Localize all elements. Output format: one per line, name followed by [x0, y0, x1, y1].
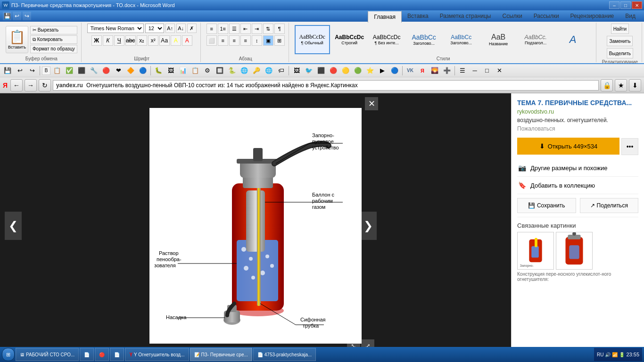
tb-icon27[interactable]: ▶	[377, 65, 388, 76]
clear-format-btn[interactable]: ✗	[187, 24, 197, 33]
tab-references[interactable]: Ссылки	[497, 10, 528, 22]
style-normal[interactable]: AaBbCcDc ¶ Обычный	[295, 25, 330, 54]
tb-icon3[interactable]: ⬛	[76, 65, 87, 76]
close-button[interactable]: ✕	[632, 1, 642, 9]
tab-mailings[interactable]: Рассылки	[528, 10, 565, 22]
more-options-btn[interactable]: •••	[621, 138, 638, 155]
save-quick-btn[interactable]: 💾	[3, 12, 11, 20]
add-collection-action[interactable]: 🔖 Добавить в коллекцию	[517, 177, 638, 194]
numbering-btn[interactable]: 1≡	[218, 24, 228, 34]
style-no-interval[interactable]: AaBbCcDc ¶ Без инте...	[369, 25, 405, 54]
format-button[interactable]: Формат по образцу	[30, 45, 77, 53]
bold-button[interactable]: Ж	[91, 35, 102, 46]
browser-security-btn[interactable]: 🔒	[601, 79, 613, 91]
align-left-btn[interactable]: ⬜	[206, 35, 217, 46]
tb-icon8[interactable]: 🔵	[137, 65, 149, 76]
multilevel-btn[interactable]: ☰	[229, 24, 239, 34]
tb-icon21[interactable]: 🐦	[303, 65, 314, 76]
bullets-btn[interactable]: ≡	[206, 24, 217, 34]
cut-button[interactable]: ✂ Вырезать	[30, 26, 77, 34]
tb-save[interactable]: 💾	[2, 65, 13, 76]
align-center-btn[interactable]: ≡	[218, 35, 228, 46]
browser-bookmark-btn[interactable]: ★	[615, 79, 627, 91]
tb-icon23[interactable]: 🔴	[328, 65, 339, 76]
tb-icon17[interactable]: 🔑	[251, 65, 262, 76]
tray-lang[interactable]: RU	[597, 352, 603, 357]
font-size-select[interactable]: 12	[145, 24, 164, 33]
taskbar-item-4[interactable]: Y Y Огнетушитель возд...	[125, 348, 189, 361]
tb-icon19[interactable]: 🏷	[275, 65, 287, 76]
next-image-btn[interactable]: ❯	[360, 212, 377, 240]
prev-image-btn[interactable]: ❮	[5, 212, 22, 240]
tb-icon10[interactable]: 🖼	[165, 65, 176, 76]
superscript-button[interactable]: x²	[148, 35, 158, 46]
tab-home[interactable]: Главная	[368, 10, 402, 23]
open-btn[interactable]: ⬇ Открыть 449×534	[517, 138, 619, 155]
tb-image-icon[interactable]: 🌄	[429, 65, 440, 76]
tb-b[interactable]: B	[42, 66, 50, 75]
tb-plus[interactable]: ➕	[441, 65, 453, 76]
browser-refresh-btn[interactable]: ↻	[39, 79, 51, 91]
tb-icon25[interactable]: 🟢	[352, 65, 363, 76]
tb-icon6[interactable]: ❤	[113, 65, 124, 76]
minimize-button[interactable]: –	[609, 1, 619, 9]
panel-title[interactable]: ТЕМА 7. ПЕРВИЧНЫЕ СРЕДСТВА...	[517, 99, 638, 107]
lightbox-close-btn[interactable]: ✕	[365, 97, 378, 110]
restore-button[interactable]: □	[620, 1, 631, 9]
taskbar-item-5[interactable]: 📝 ПЗ- Первичные сре...	[190, 348, 252, 361]
tb-max2[interactable]: □	[481, 65, 493, 76]
taskbar-item-1[interactable]: 📄	[80, 348, 94, 361]
highlight-button[interactable]: A	[171, 35, 181, 46]
font-size-down-btn[interactable]: A↓	[176, 24, 186, 33]
address-bar[interactable]: yandex.ru Огнетушитель воздушно-пенный О…	[53, 80, 599, 90]
replace-btn[interactable]: Заменить	[607, 36, 633, 46]
taskbar-item-6[interactable]: 📄 4753-praktycheskaja...	[253, 348, 316, 361]
paste-button[interactable]: 📋 Вставить	[6, 26, 28, 53]
redo-quick-btn[interactable]: ↪	[23, 12, 31, 20]
case-button[interactable]: Аа	[159, 35, 170, 46]
align-right-btn[interactable]: ≡	[229, 35, 239, 46]
undo-quick-btn[interactable]: ↩	[13, 12, 21, 20]
panel-complaint[interactable]: Пожаловаться	[517, 125, 638, 132]
tb-icon5[interactable]: 🔴	[100, 65, 112, 76]
tb-menu1[interactable]: ☰	[457, 65, 468, 76]
font-name-select[interactable]: Times New Roman	[87, 24, 144, 33]
style-emphasis[interactable]: А	[555, 25, 591, 54]
start-button[interactable]: ⊞	[2, 348, 15, 361]
save-btn[interactable]: 💾 Сохранить	[517, 198, 576, 213]
browser-forward-btn[interactable]: →	[25, 79, 37, 91]
other-sizes-action[interactable]: 📷 Другие размеры и похожие	[517, 159, 638, 177]
increase-indent-btn[interactable]: ⇥	[252, 24, 262, 34]
tb-icon13[interactable]: ⚙	[202, 65, 213, 76]
show-marks-btn[interactable]: ¶	[274, 24, 285, 34]
shading-btn[interactable]: ▣	[263, 35, 273, 46]
tb-icon26[interactable]: ⭐	[364, 65, 376, 76]
share-btn[interactable]: ↗ Поделиться	[580, 198, 639, 213]
tb-min2[interactable]: ─	[469, 65, 480, 76]
related-img-2[interactable]	[556, 232, 593, 270]
title-bar-buttons[interactable]: – □ ✕	[609, 1, 642, 9]
tb-icon20[interactable]: 🖼	[291, 65, 302, 76]
tb-close2[interactable]: ✕	[494, 65, 505, 76]
tb-vk[interactable]: VK	[405, 65, 416, 76]
style-subtitle[interactable]: AaBbCc. Подзагол...	[518, 25, 553, 54]
panel-source[interactable]: rykovodstvo.ru	[517, 108, 638, 115]
sort-btn[interactable]: ⇅	[263, 24, 273, 34]
italic-button[interactable]: К	[103, 35, 113, 46]
tab-review[interactable]: Рецензирование	[565, 10, 620, 22]
tb-icon9[interactable]: 🐛	[153, 65, 164, 76]
style-title[interactable]: AaB Название	[481, 25, 516, 54]
taskbar-item-0[interactable]: 🖥 РАБОЧИЙ СТО СРО...	[16, 348, 79, 361]
tab-view[interactable]: Вид	[619, 10, 641, 22]
tab-insert[interactable]: Вставка	[402, 10, 434, 22]
justify-btn[interactable]: ≡	[240, 35, 251, 46]
find-btn[interactable]: Найти	[611, 24, 629, 34]
tb-icon24[interactable]: 🟡	[340, 65, 351, 76]
line-spacing-btn[interactable]: ↕	[252, 35, 262, 46]
decrease-indent-btn[interactable]: ⇤	[240, 24, 251, 34]
tb-icon22[interactable]: ⬛	[315, 65, 327, 76]
tb-icon11[interactable]: 📊	[177, 65, 189, 76]
style-heading2[interactable]: AaBbCc Заголово...	[444, 25, 479, 54]
tb-icon14[interactable]: 🔲	[214, 65, 225, 76]
tb-icon28[interactable]: 🔵	[389, 65, 400, 76]
